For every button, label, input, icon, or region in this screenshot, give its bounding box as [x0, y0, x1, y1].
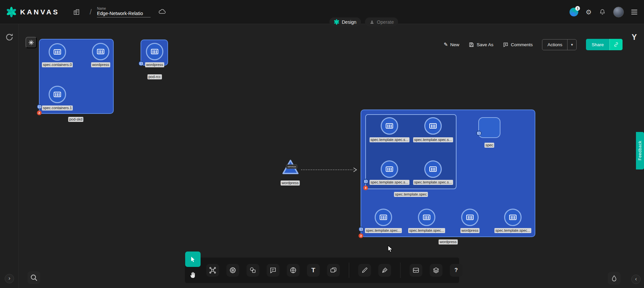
share-button[interactable]: Share — [586, 39, 609, 50]
kubernetes-tool[interactable] — [226, 264, 239, 277]
actions-dropdown[interactable]: ▾ — [567, 40, 576, 50]
container-icon — [386, 123, 393, 129]
comment-icon — [269, 267, 277, 274]
design-canvas[interactable]: Y ✎ New Save As Comments — [19, 24, 644, 288]
container-node[interactable] — [504, 209, 522, 226]
help-icon: ? — [454, 267, 458, 273]
zoom-button[interactable] — [28, 271, 40, 284]
container-node[interactable] — [49, 86, 66, 103]
bell-icon — [599, 9, 606, 15]
container-node[interactable] — [381, 117, 398, 135]
app-header: KANVAS / Name — [0, 0, 644, 24]
drawer-tool[interactable] — [410, 264, 422, 277]
design-name-input[interactable] — [97, 11, 151, 17]
name-field-label: Name — [97, 7, 151, 10]
node-label: spec.containers.0 — [42, 62, 73, 67]
text-tool[interactable]: T — [307, 264, 320, 277]
kanvas-logo[interactable]: KANVAS — [6, 7, 59, 17]
layers-icon — [432, 267, 440, 274]
help-button[interactable]: ? — [450, 264, 463, 277]
dock-divider — [400, 263, 400, 278]
copy-link-button[interactable] — [609, 39, 623, 50]
save-as-label: Save As — [477, 42, 493, 47]
sync-button[interactable] — [5, 33, 14, 43]
settings-button[interactable]: ⚙ — [586, 8, 592, 16]
drawer-icon — [412, 267, 420, 274]
canvas-action-bar: ✎ New Save As Comments Actions — [444, 39, 623, 50]
menu-icon — [631, 10, 637, 10]
container-node[interactable] — [424, 160, 442, 178]
user-avatar[interactable] — [613, 7, 624, 17]
actions-label: Actions — [542, 40, 567, 50]
deployment-group[interactable]: spec.template.spec.s... spec.template.sp… — [361, 110, 535, 237]
tab-design[interactable]: Design — [329, 17, 361, 26]
container-node[interactable] — [424, 117, 442, 135]
container-node[interactable] — [461, 209, 479, 226]
container-icon — [140, 62, 143, 65]
edit-tool[interactable] — [358, 264, 371, 277]
container-node[interactable] — [418, 209, 435, 226]
kanvas-app: KANVAS / Name — [0, 0, 644, 288]
media-icon — [330, 267, 337, 274]
cursor-icon — [190, 256, 196, 263]
save-status-button[interactable] — [158, 8, 166, 16]
text-tool-icon: T — [311, 267, 315, 274]
components-shortcut-button[interactable] — [25, 37, 37, 48]
pod-rcc-group[interactable]: wordpress pod-rcc — [141, 40, 168, 66]
notifications-button[interactable] — [599, 9, 606, 15]
container-icon — [386, 166, 393, 172]
container-icon — [509, 215, 517, 220]
container-icon — [423, 215, 430, 220]
layers-tool[interactable] — [430, 264, 442, 277]
tab-operate[interactable]: Operate — [365, 17, 398, 26]
service-to-deployment-edge[interactable] — [301, 166, 360, 173]
pan-tool[interactable] — [187, 269, 199, 281]
container-icon — [429, 166, 437, 172]
hand-icon — [189, 271, 197, 279]
container-node[interactable] — [146, 43, 163, 60]
container-icon — [429, 123, 437, 129]
theme-button[interactable] — [608, 272, 621, 285]
comment-icon — [503, 42, 508, 48]
media-tool[interactable] — [327, 264, 340, 277]
node-label: wordpress — [461, 228, 480, 233]
pen-tool[interactable] — [378, 264, 391, 277]
container-node[interactable] — [92, 43, 109, 60]
new-button[interactable]: ✎ New — [444, 42, 460, 48]
select-tool[interactable] — [185, 251, 201, 267]
extensions-button[interactable]: 1 — [570, 8, 578, 16]
comment-tool[interactable] — [267, 264, 279, 277]
header-right: 1 ⚙ — [570, 7, 644, 17]
comments-label: Comments — [511, 42, 533, 47]
pod-template-group[interactable]: spec.template.spec.s... spec.template.sp… — [365, 114, 457, 189]
container-node[interactable] — [381, 160, 398, 178]
node-label: wordpress — [91, 62, 110, 67]
container-count-badge — [139, 61, 144, 66]
shapes-tool[interactable] — [247, 264, 259, 277]
globe-icon — [289, 267, 297, 274]
container-node[interactable] — [49, 43, 66, 61]
spec-node[interactable] — [478, 117, 500, 138]
pod-skd-group[interactable]: spec.containers.0 wordpress spec.contain… — [39, 39, 114, 114]
expand-left-panel-button[interactable]: › — [5, 274, 14, 283]
group-label: pod-rcc — [148, 74, 162, 79]
node-label: wordpress — [281, 181, 300, 186]
expand-right-panel-button[interactable]: ‹ — [631, 275, 641, 284]
catalog-button[interactable] — [73, 8, 80, 16]
actions-button[interactable]: Actions ▾ — [542, 39, 577, 50]
share-group: Share — [586, 39, 623, 50]
container-node[interactable] — [375, 209, 392, 226]
container-icon — [380, 215, 387, 220]
sticker-tool[interactable] — [287, 264, 300, 277]
container-icon — [54, 92, 61, 97]
mouse-cursor — [387, 245, 394, 253]
design-tab-icon — [334, 19, 339, 25]
feedback-tab[interactable]: Feedback — [636, 132, 644, 169]
operate-tab-icon — [369, 19, 375, 25]
save-as-button[interactable]: Save As — [469, 42, 493, 48]
mode-tabs: Design Operate — [329, 17, 398, 26]
save-icon — [469, 42, 474, 48]
flowchart-tool[interactable] — [206, 264, 219, 277]
menu-button[interactable] — [631, 10, 637, 14]
comments-button[interactable]: Comments — [503, 42, 533, 48]
